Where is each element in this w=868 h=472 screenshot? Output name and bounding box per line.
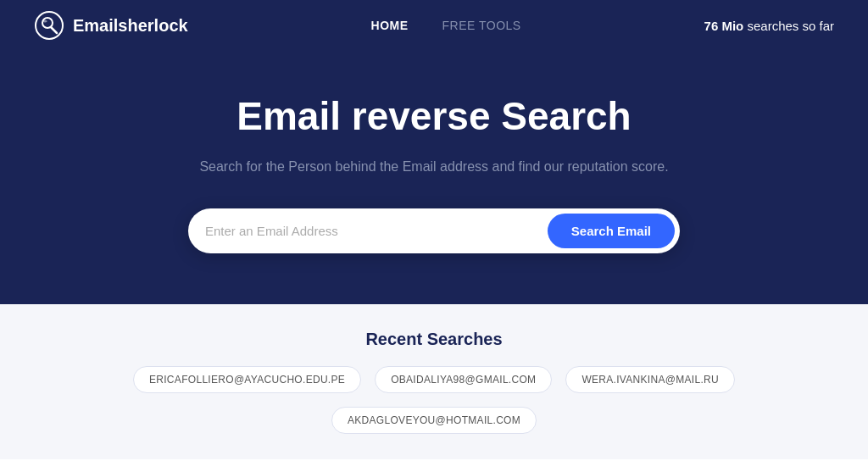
logo-area: Emailsherlock xyxy=(34,10,188,41)
search-bar: Search Email xyxy=(188,208,680,253)
header: Emailsherlock HOME FREE TOOLS 76 Mio sea… xyxy=(0,0,868,51)
logo-icon xyxy=(34,10,64,41)
hero-title: Email reverse Search xyxy=(236,93,631,139)
hero-section: Email reverse Search Search for the Pers… xyxy=(0,51,868,304)
recent-search-item[interactable]: WERA.IVANKINA@MAIL.RU xyxy=(565,366,735,393)
search-count-label: searches so far xyxy=(743,19,834,33)
search-count: 76 Mio searches so far xyxy=(704,19,834,33)
svg-point-0 xyxy=(36,12,63,39)
recent-search-item[interactable]: OBAIDALIYA98@GMAIL.COM xyxy=(375,366,552,393)
hero-subtitle: Search for the Person behind the Email a… xyxy=(199,156,668,178)
email-input[interactable] xyxy=(205,215,548,247)
svg-line-2 xyxy=(51,27,57,33)
main-nav: HOME FREE TOOLS xyxy=(371,19,521,32)
recent-searches-section: Recent Searches ERICAFOLLIERO@AYACUCHO.E… xyxy=(0,304,868,459)
recent-search-item[interactable]: ERICAFOLLIERO@AYACUCHO.EDU.PE xyxy=(133,366,361,393)
logo-text: Emailsherlock xyxy=(73,16,188,36)
search-email-button[interactable]: Search Email xyxy=(548,214,675,248)
search-count-number: 76 Mio xyxy=(704,19,744,33)
nav-free-tools[interactable]: FREE TOOLS xyxy=(442,19,521,32)
recent-search-item[interactable]: AKDAGLOVEYOU@HOTMAIL.COM xyxy=(331,407,537,434)
recent-searches-title: Recent Searches xyxy=(34,330,834,349)
recent-searches-list: ERICAFOLLIERO@AYACUCHO.EDU.PEOBAIDALIYA9… xyxy=(34,366,834,434)
nav-home[interactable]: HOME xyxy=(371,19,409,32)
